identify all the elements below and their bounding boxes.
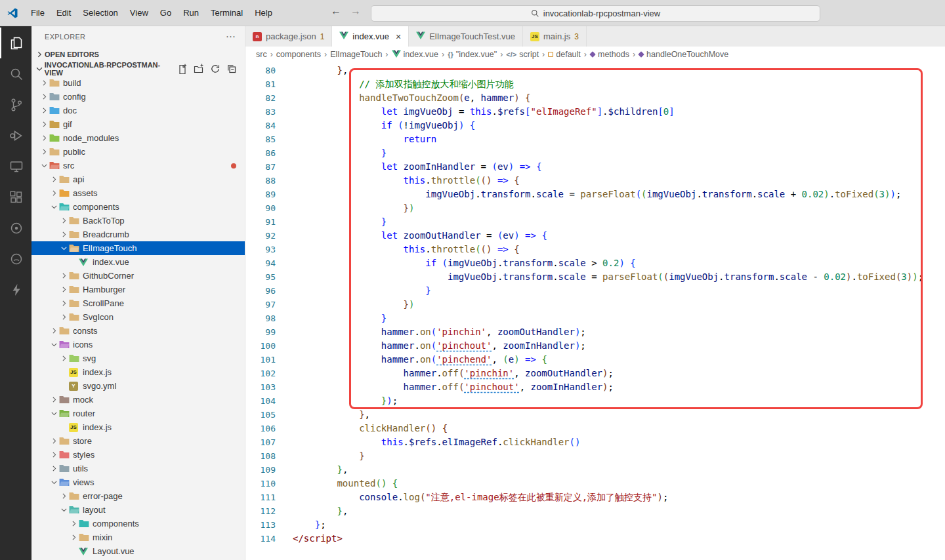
line-number[interactable]: 88 [245,174,276,188]
source-control-icon[interactable] [0,89,32,120]
line-number[interactable]: 92 [245,229,276,243]
tree-item-ScrollPane[interactable]: ScrollPane [32,296,245,310]
line-number[interactable]: 90 [245,201,276,215]
code-line-111[interactable]: 111 console.log("注意,el-image标签在此被重新定义,添加… [245,490,945,504]
back-arrow-icon[interactable]: ← [328,5,344,17]
line-number[interactable]: 110 [245,477,276,490]
code-line-90[interactable]: 90 }) [245,201,945,215]
tree-item-error-page[interactable]: error-page [32,489,245,503]
code-line-80[interactable]: 80 }, [245,64,945,77]
menu-selection[interactable]: Selection [77,5,123,20]
tree-item-build[interactable]: build [32,76,245,90]
tree-item-utils[interactable]: utils [32,462,245,475]
line-number[interactable]: 98 [245,311,276,325]
code-line-104[interactable]: 104 }); [245,394,945,408]
line-number[interactable]: 108 [245,449,276,463]
tree-item-config[interactable]: config [32,90,245,104]
code-line-99[interactable]: 99 hammer.on('pinchin', zoomOutHandler); [245,325,945,339]
code-line-87[interactable]: 87 let zoomInHandler = (ev) => { [245,160,945,174]
tree-item-node_modules[interactable]: node_modules [32,131,245,145]
tree-item-api[interactable]: api [32,172,245,186]
menu-file[interactable]: File [25,5,51,20]
breadcrumb-item-src[interactable]: src [256,50,267,59]
code-line-106[interactable]: 106 clickHandler() { [245,422,945,435]
line-number[interactable]: 106 [245,422,276,435]
breadcrumb-item-components[interactable]: components [276,50,321,59]
line-number[interactable]: 105 [245,408,276,422]
refresh-icon[interactable] [210,64,220,74]
line-number[interactable]: 114 [245,532,276,546]
line-number[interactable]: 80 [245,64,276,77]
line-number[interactable]: 101 [245,353,276,367]
code-line-102[interactable]: 102 hammer.off('pinchin', zoomOutHandler… [245,367,945,380]
extensions-icon[interactable] [0,182,32,212]
tree-item-BackToTop[interactable]: BackToTop [32,214,245,228]
line-number[interactable]: 100 [245,339,276,353]
line-number[interactable]: 109 [245,463,276,477]
tree-item-src[interactable]: src [32,159,245,172]
menu-go[interactable]: Go [154,5,177,20]
tree-item-Breadcrumb[interactable]: Breadcrumb [32,228,245,241]
line-number[interactable]: 89 [245,188,276,201]
tab-package.json[interactable]: npackage.json1 [245,26,332,47]
tree-item-components[interactable]: components [32,517,245,530]
code-line-82[interactable]: 82 handleTwoTouchZoom(e, hammer) { [245,91,945,105]
tree-item-mock[interactable]: mock [32,393,245,407]
code-line-92[interactable]: 92 let zoomOutHandler = (ev) => { [245,229,945,243]
tree-item-svgo.yml[interactable]: Ysvgo.yml [32,379,245,393]
code-line-100[interactable]: 100 hammer.on('pinchout', zoomInHandler)… [245,339,945,353]
collapse-all-icon[interactable] [226,64,237,74]
tree-item-views[interactable]: views [32,475,245,489]
menu-terminal[interactable]: Terminal [205,5,249,20]
tree-item-index.js[interactable]: JSindex.js [32,420,245,434]
tree-item-public[interactable]: public [32,145,245,159]
code-line-108[interactable]: 108 } [245,449,945,463]
explorer-icon[interactable] [0,28,32,58]
code-line-112[interactable]: 112 }, [245,504,945,518]
tab-main.js[interactable]: JSmain.js3 [523,26,587,47]
remote-explorer-icon[interactable] [0,151,32,182]
menu-edit[interactable]: Edit [51,5,77,20]
github-icon[interactable] [0,243,32,274]
line-number[interactable]: 82 [245,91,276,105]
tree-item-consts[interactable]: consts [32,324,245,338]
line-number[interactable]: 107 [245,435,276,449]
code-line-94[interactable]: 94 if (imgVueObj.transform.scale > 0.2) … [245,256,945,270]
tree-item-GithubCorner[interactable]: GithubCorner [32,269,245,283]
tree-item-styles[interactable]: styles [32,448,245,462]
code-line-88[interactable]: 88 this.throttle(() => { [245,174,945,188]
code-line-86[interactable]: 86 } [245,146,945,160]
line-number[interactable]: 99 [245,325,276,339]
line-number[interactable]: 81 [245,77,276,91]
breadcrumb-item-handleOneTouchMove[interactable]: handleOneTouchMove [639,50,728,59]
tree-item-layout[interactable]: layout [32,503,245,517]
code-line-98[interactable]: 98 } [245,311,945,325]
code-line-114[interactable]: 114</script> [245,532,945,546]
breadcrumb-item-indexvue[interactable]: {}"index.vue" [448,50,497,59]
line-number[interactable]: 104 [245,394,276,408]
code-line-103[interactable]: 103 hammer.off('pinchout', zoomInHandler… [245,380,945,394]
line-number[interactable]: 102 [245,367,276,380]
new-file-icon[interactable] [177,64,188,74]
line-number[interactable]: 83 [245,105,276,119]
close-icon[interactable]: × [396,31,401,42]
tab-ElImageTouchTest.vue[interactable]: ElImageTouchTest.vue [409,26,523,47]
new-folder-icon[interactable] [194,64,204,74]
line-number[interactable]: 103 [245,380,276,394]
line-number[interactable]: 96 [245,284,276,298]
live-share-icon[interactable] [0,212,32,243]
code-editor[interactable]: 80 },81 // 添加双指触控放大和缩小图片功能82 handleTwoTo… [245,62,945,560]
code-line-105[interactable]: 105 }, [245,408,945,422]
tree-item-SvgIcon[interactable]: SvgIcon [32,310,245,324]
thunder-client-icon[interactable] [0,274,32,305]
code-line-101[interactable]: 101 hammer.on('pinchend', (e) => { [245,353,945,367]
breadcrumb-item-methods[interactable]: methods [590,50,629,59]
tree-item-store[interactable]: store [32,434,245,448]
search-icon[interactable] [0,58,32,89]
code-line-91[interactable]: 91 } [245,215,945,229]
breadcrumb-item-default[interactable]: default [548,50,581,59]
tree-item-mixin[interactable]: mixin [32,530,245,544]
command-center-search[interactable]: invocationlab-rpcpostman-view [371,5,820,22]
tree-item-Hamburger[interactable]: Hamburger [32,283,245,296]
line-number[interactable]: 87 [245,160,276,174]
